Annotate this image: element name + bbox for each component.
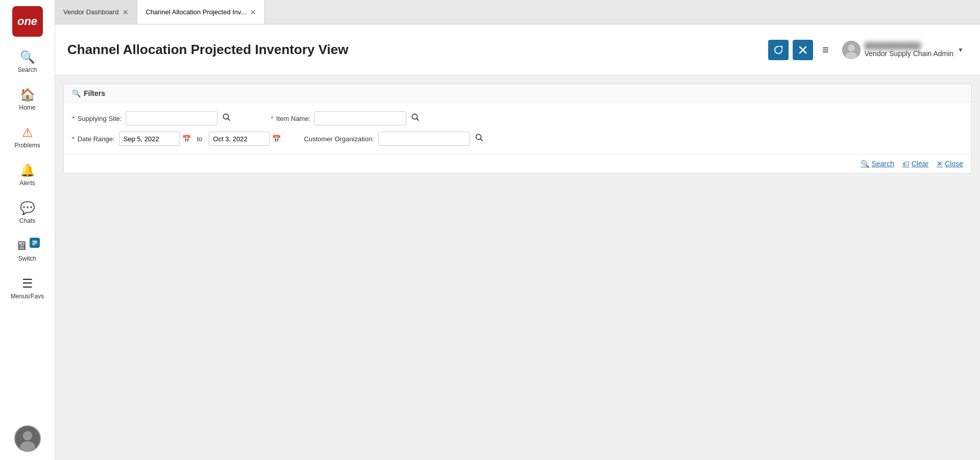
search-icon: 🔍	[20, 50, 35, 64]
tab-channel-allocation-close[interactable]: ✕	[250, 8, 256, 16]
logo[interactable]: one	[12, 6, 43, 37]
search-action[interactable]: 🔍 Search	[861, 160, 894, 168]
date-to-wrapper: 📅	[209, 132, 281, 146]
filter-panel: 🔍 Filters * Supplying Site:	[63, 84, 972, 173]
customer-org-input[interactable]	[378, 132, 470, 146]
date-range-required: *	[72, 135, 75, 143]
switch-icons: 🖥	[15, 239, 40, 253]
filter-panel-header: 🔍 Filters	[64, 84, 971, 103]
menu-icon: ☰	[22, 276, 33, 291]
date-from-calendar-icon[interactable]: 📅	[182, 135, 191, 143]
item-name-search-button[interactable]	[410, 112, 421, 124]
supplying-site-field: * Supplying Site:	[72, 111, 232, 125]
avatar-area[interactable]	[14, 417, 41, 460]
close-action-label: Close	[945, 160, 963, 168]
tab-channel-allocation[interactable]: Channel Allocation Projected Inv... ✕	[137, 0, 265, 24]
search-action-icon: 🔍	[861, 160, 869, 168]
item-name-field: * Item Name:	[271, 111, 421, 125]
sidebar-item-home[interactable]: 🏠 Home	[0, 81, 55, 118]
date-range-label: * Date Range:	[72, 135, 115, 143]
filter-row-2: * Date Range: 📅 to 📅	[72, 132, 963, 146]
content-area: 🔍 Filters * Supplying Site:	[55, 75, 980, 460]
sidebar-item-label-problems: Problems	[14, 142, 40, 149]
clear-action-icon: 🏷	[902, 160, 910, 168]
date-separator: to	[197, 135, 203, 143]
sidebar-item-label-home: Home	[19, 104, 35, 111]
close-action[interactable]: ✕ Close	[937, 160, 963, 168]
supplying-site-required: *	[72, 115, 75, 122]
user-name-blurred: ████████████	[865, 42, 953, 49]
warning-icon: ⚠	[22, 125, 33, 140]
logo-text: one	[17, 15, 37, 28]
sidebar-item-problems[interactable]: ⚠ Problems	[0, 118, 55, 156]
date-range-field: * Date Range: 📅 to 📅	[72, 132, 281, 146]
chat-icon: 💬	[20, 201, 35, 215]
supplying-site-input[interactable]	[126, 111, 217, 125]
item-name-input[interactable]	[314, 111, 406, 125]
user-dropdown[interactable]: ████████████ Vendor Supply Chain Admin ▼	[838, 39, 968, 61]
date-from-input[interactable]	[119, 132, 180, 146]
sidebar-item-switch[interactable]: 🖥 Switch	[0, 232, 55, 269]
avatar[interactable]	[14, 425, 41, 452]
customer-org-search-button[interactable]	[474, 133, 484, 145]
svg-rect-1	[32, 243, 37, 244]
filter-body: * Supplying Site: *	[64, 103, 971, 154]
svg-point-4	[22, 431, 32, 440]
tab-channel-allocation-label: Channel Allocation Projected Inv...	[145, 8, 246, 16]
item-name-required: *	[271, 115, 273, 122]
svg-line-16	[480, 139, 482, 141]
svg-point-9	[848, 44, 855, 52]
sidebar-item-label-menus: Menus/Favs	[11, 293, 44, 300]
tab-vendor-dashboard-label: Vendor Dashboard	[63, 8, 118, 16]
customer-org-label: Customer Organization:	[304, 135, 374, 143]
sidebar-item-chats[interactable]: 💬 Chats	[0, 194, 55, 232]
item-name-label: * Item Name:	[271, 115, 310, 122]
date-to-input[interactable]	[209, 132, 270, 146]
supplying-site-label: * Supplying Site:	[72, 115, 121, 122]
user-dropdown-arrow: ▼	[958, 46, 964, 54]
sidebar-item-label-alerts: Alerts	[19, 180, 35, 187]
header-actions: ≡ ████████████ Vendor Supply Chain Admin…	[768, 39, 968, 61]
svg-line-14	[417, 119, 419, 121]
svg-line-12	[228, 119, 230, 121]
close-action-icon: ✕	[937, 160, 943, 168]
hamburger-menu-button[interactable]: ≡	[817, 41, 834, 59]
sidebar: one 🔍 Search 🏠 Home ⚠ Problems 🔔 Alerts …	[0, 0, 55, 460]
tab-bar: Vendor Dashboard ✕ Channel Allocation Pr…	[55, 0, 980, 24]
filter-actions: 🔍 Search 🏷 Clear ✕ Close	[64, 154, 971, 173]
main-content: Vendor Dashboard ✕ Channel Allocation Pr…	[55, 0, 980, 460]
switch-badge	[30, 238, 40, 248]
tab-vendor-dashboard[interactable]: Vendor Dashboard ✕	[55, 0, 137, 24]
close-page-button[interactable]	[793, 40, 813, 60]
sidebar-item-search[interactable]: 🔍 Search	[0, 43, 55, 81]
user-role: Vendor Supply Chain Admin	[865, 49, 953, 58]
page-title: Channel Allocation Projected Inventory V…	[67, 42, 768, 58]
hamburger-icon: ≡	[822, 43, 829, 57]
sidebar-item-label-switch: Switch	[18, 255, 36, 262]
sidebar-item-label-search: Search	[17, 66, 37, 73]
user-avatar	[842, 41, 861, 59]
home-icon: 🏠	[20, 88, 35, 102]
date-from-wrapper: 📅	[119, 132, 191, 146]
supplying-site-search-button[interactable]	[222, 112, 232, 124]
sidebar-item-label-chats: Chats	[19, 217, 35, 224]
svg-rect-0	[32, 241, 37, 242]
customer-org-field: Customer Organization:	[304, 132, 484, 146]
refresh-button[interactable]	[768, 40, 789, 60]
sidebar-item-menus-favs[interactable]: ☰ Menus/Favs	[0, 269, 55, 307]
date-to-calendar-icon[interactable]: 📅	[272, 135, 281, 143]
page-header: Channel Allocation Projected Inventory V…	[55, 24, 980, 75]
tab-vendor-dashboard-close[interactable]: ✕	[122, 8, 129, 16]
search-action-label: Search	[871, 160, 894, 168]
filter-header-icon: 🔍	[72, 89, 81, 97]
clear-action[interactable]: 🏷 Clear	[902, 160, 928, 168]
svg-rect-2	[32, 244, 35, 245]
switch-monitor-icon: 🖥	[15, 239, 28, 253]
filter-row-1: * Supplying Site: *	[72, 111, 963, 125]
filter-header-label: Filters	[84, 89, 105, 97]
logo-area: one	[0, 0, 55, 43]
bell-icon: 🔔	[20, 163, 35, 177]
sidebar-item-alerts[interactable]: 🔔 Alerts	[0, 156, 55, 194]
clear-action-label: Clear	[912, 160, 928, 168]
